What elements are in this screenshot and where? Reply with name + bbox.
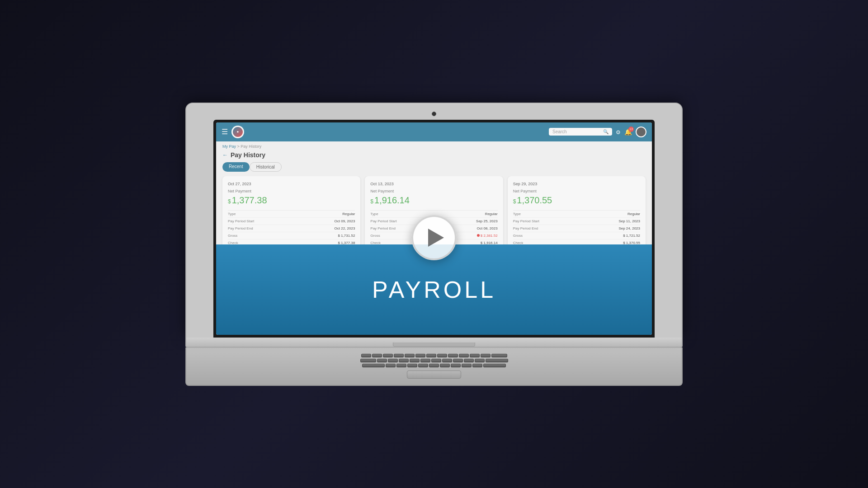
search-box[interactable]: Search 🔍: [549, 128, 612, 136]
avatar[interactable]: [636, 127, 646, 137]
key: [410, 359, 420, 362]
key: [472, 364, 482, 367]
laptop-camera: [432, 112, 436, 116]
table-row: Check $ 1,377.38: [228, 239, 355, 247]
table-row: Pay Period Start Sep 11, 2023: [513, 218, 640, 225]
table-row: Type Regular: [228, 211, 355, 218]
logo-inner: ●: [233, 127, 243, 137]
key: [451, 364, 461, 367]
page-header: ← Pay History: [216, 150, 652, 162]
card-2-dollar: $: [370, 198, 373, 205]
key: [448, 354, 458, 357]
tab-historical[interactable]: Historical: [250, 162, 282, 172]
back-button[interactable]: ←: [222, 152, 228, 158]
key: [377, 359, 387, 362]
table-row: Pay Period End Sep 24, 2023: [513, 225, 640, 232]
table-row: Gross $ 1,721.52: [513, 232, 640, 239]
nav-icons: ⚙ 🔔 13: [616, 127, 646, 137]
table-row: Pay Period End Oct 08, 2023: [370, 225, 497, 232]
settings-button[interactable]: ⚙: [616, 128, 621, 136]
table-row: Gross $ 2,381.52: [370, 232, 497, 239]
card-1-date: Oct 27, 2023: [228, 182, 355, 186]
key: [394, 354, 404, 357]
page-title: Pay History: [231, 151, 265, 159]
card-3-amount: $ 1,370.55: [513, 195, 640, 206]
key: [418, 364, 428, 367]
key: [481, 354, 491, 357]
card-2-table: Type Regular Pay Period Start Sep 25, 20…: [370, 210, 497, 247]
key: [396, 364, 406, 367]
table-row: Pay Period Start Sep 25, 2023: [370, 218, 497, 225]
card-1-amount: $ 1,377.38: [228, 195, 355, 206]
pay-statement-link-3[interactable]: 📄 Pay Statement: [513, 250, 640, 254]
tab-recent[interactable]: Recent: [222, 162, 250, 172]
key: [442, 359, 452, 362]
key: [405, 354, 415, 357]
notification-button[interactable]: 🔔 13: [624, 128, 632, 136]
key: [437, 354, 447, 357]
key: [440, 364, 450, 367]
keyboard-area: [185, 347, 683, 386]
card-1-label: Net Payment: [228, 189, 355, 193]
laptop: ☰ ● Search 🔍 ⚙: [185, 103, 683, 386]
pay-card-3: Sep 29, 2023 Net Payment $ 1,370.55 Type: [508, 176, 646, 260]
breadcrumb-separator: >: [236, 144, 241, 149]
keyboard-row-1: [204, 354, 664, 357]
trackpad[interactable]: [407, 371, 461, 379]
card-1-value: 1,377.38: [232, 195, 267, 206]
pay-statement-link-1[interactable]: 📄 Pay Statement: [228, 250, 355, 254]
card-3-table: Type Regular Pay Period Start Sep 11, 20…: [513, 210, 640, 247]
pay-card-2: Oct 13, 2023 Net Payment $ 1,916.14 Type: [365, 176, 503, 260]
screen-bezel: ☰ ● Search 🔍 ⚙: [213, 120, 655, 338]
card-2-value: 1,916.14: [374, 195, 410, 206]
table-row: Gross $ 1,731.52: [228, 232, 355, 239]
key: [399, 359, 409, 362]
pay-card-1: Oct 27, 2023 Net Payment $ 1,377.38 Type: [222, 176, 360, 260]
search-placeholder: Search: [552, 129, 601, 134]
top-nav: ☰ ● Search 🔍 ⚙: [216, 122, 652, 141]
breadcrumb: My Pay > Pay History: [216, 141, 652, 150]
card-2-label: Net Payment: [370, 189, 497, 193]
scene: ☰ ● Search 🔍 ⚙: [163, 59, 705, 429]
card-1-dollar: $: [228, 198, 231, 205]
table-row: Check $ 1,370.55: [513, 239, 640, 247]
key: [464, 359, 474, 362]
laptop-screen: ☰ ● Search 🔍 ⚙: [216, 122, 652, 335]
breadcrumb-my-pay[interactable]: My Pay: [222, 144, 236, 149]
key: [459, 354, 469, 357]
key: [426, 354, 436, 357]
laptop-base: [185, 338, 683, 347]
key: [407, 364, 417, 367]
card-1-table: Type Regular Pay Period Start Oct 09, 20…: [228, 210, 355, 247]
key: [362, 364, 385, 367]
key: [383, 354, 393, 357]
key: [361, 354, 371, 357]
key: [475, 359, 485, 362]
laptop-lid: ☰ ● Search 🔍 ⚙: [185, 103, 683, 338]
breadcrumb-pay-history: Pay History: [241, 144, 261, 149]
table-row: Type Regular: [513, 211, 640, 218]
key: [415, 354, 425, 357]
table-row: Pay Period End Oct 22, 2023: [228, 225, 355, 232]
key: [429, 364, 439, 367]
key: [491, 354, 507, 357]
hamburger-icon[interactable]: ☰: [222, 127, 228, 136]
keyboard-rows: [204, 354, 664, 367]
red-dot-icon: [477, 234, 480, 237]
search-icon: 🔍: [603, 129, 609, 134]
tab-bar: Recent Historical: [216, 162, 652, 176]
document-icon-1: 📄: [276, 250, 281, 254]
keyboard-row-3: [204, 364, 664, 367]
card-3-value: 1,370.55: [517, 195, 552, 206]
key: [470, 354, 480, 357]
card-2-amount: $ 1,916.14: [370, 195, 497, 206]
table-row: Check $ 1,916.14: [370, 239, 497, 247]
table-row: Type Regular: [370, 211, 497, 218]
key: [360, 359, 376, 362]
pay-statement-link-2[interactable]: 📄 Pay Statement: [370, 250, 497, 254]
document-icon-2: 📄: [419, 250, 424, 254]
key: [486, 359, 508, 362]
document-icon-3: 📄: [561, 250, 566, 254]
key: [462, 364, 472, 367]
card-3-date: Sep 29, 2023: [513, 182, 640, 186]
